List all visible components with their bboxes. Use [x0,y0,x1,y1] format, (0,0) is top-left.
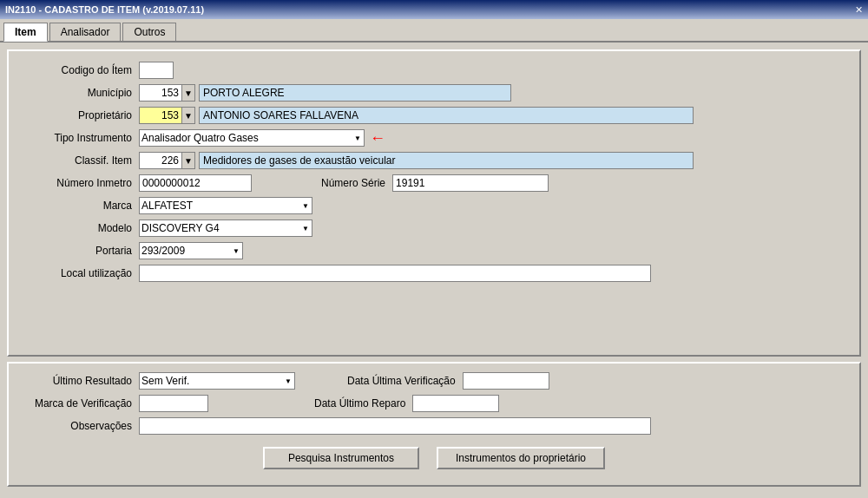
data-ultima-verif-input[interactable] [463,372,549,390]
modelo-row: Modelo DISCOVERY G4 [17,220,851,237]
codigo-item-label: Codigo do Ítem [17,64,139,76]
tipo-instrumento-row: Tipo Instrumento Analisador Quatro Gases… [17,129,851,147]
marca-verificacao-input[interactable] [139,395,208,412]
numero-inmetro-label: Número Inmetro [17,177,139,189]
form-panel: Codigo do Ítem Município ▼ PORTO ALEGRE … [7,49,861,357]
municipio-spin-btn[interactable]: ▼ [181,84,195,102]
classif-item-row: Classif. Item ▼ Medidores de gases de ex… [17,152,851,169]
portaria-label: Portaria [17,245,139,257]
action-buttons-row: Pesquisa Instrumentos Instrumentos do pr… [17,440,851,476]
ultimo-resultado-row: Último Resultado Sem Verif. Data Última … [17,372,851,390]
data-ultimo-reparo-label: Data Último Reparo [314,397,405,410]
instrumentos-proprietario-button[interactable]: Instrumentos do proprietário [437,447,605,469]
marca-select[interactable]: ALFATEST [139,197,312,214]
proprietario-label: Proprietário [17,109,139,121]
observacoes-label: Observações [17,420,139,432]
tab-analisador[interactable]: Analisador [49,23,122,41]
modelo-dropdown-wrapper: DISCOVERY G4 [139,220,312,237]
local-utilizacao-label: Local utilização [17,267,139,279]
portaria-row: Portaria 293/2009 [17,242,851,259]
marca-verificacao-label: Marca de Verificação [17,397,139,410]
proprietario-spin: ▼ [139,107,195,124]
observacoes-row: Observações [17,417,851,435]
modelo-label: Modelo [17,222,139,234]
codigo-item-input[interactable] [139,62,174,79]
municipio-spin: ▼ [139,84,195,102]
classif-item-code-input[interactable] [139,152,182,169]
local-utilizacao-input[interactable] [139,265,651,282]
tab-bar: Item Analisador Outros [0,19,868,43]
marca-row: Marca ALFATEST [17,197,851,214]
classif-item-label: Classif. Item [17,154,139,167]
ultimo-resultado-dropdown-wrapper: Sem Verif. [139,372,295,390]
numero-row: Número Inmetro Número Série [17,174,851,192]
proprietario-spin-btn[interactable]: ▼ [181,107,195,124]
numero-serie-input[interactable] [392,174,549,192]
classif-item-spin: ▼ [139,152,195,169]
marca-label: Marca [17,200,139,212]
main-content: Codigo do Ítem Município ▼ PORTO ALEGRE … [0,43,868,494]
ultimo-resultado-select[interactable]: Sem Verif. [139,372,295,390]
numero-serie-label: Número Série [321,177,385,189]
municipio-row: Município ▼ PORTO ALEGRE [17,84,851,102]
close-button[interactable]: ✕ [855,4,863,16]
marca-verificacao-row: Marca de Verificação Data Último Reparo [17,395,851,412]
municipio-code-input[interactable] [139,84,182,102]
window-title: IN2110 - CADASTRO DE ITEM (v.2019.07.11) [5,4,204,15]
codigo-item-row: Codigo do Ítem [17,62,851,79]
data-ultima-verif-label: Data Última Verificação [347,375,456,387]
proprietario-name-display: ANTONIO SOARES FALLAVENA [199,107,694,124]
local-utilizacao-row: Local utilização [17,265,851,282]
tab-item[interactable]: Item [3,23,48,42]
classif-item-spin-btn[interactable]: ▼ [181,152,195,169]
proprietario-row: Proprietário ▼ ANTONIO SOARES FALLAVENA [17,107,851,124]
municipio-label: Município [17,87,139,99]
tipo-instrumento-label: Tipo Instrumento [17,132,139,144]
tab-outros[interactable]: Outros [122,23,176,41]
municipio-name-display: PORTO ALEGRE [199,84,511,102]
marca-dropdown-wrapper: ALFATEST [139,197,312,214]
bottom-section: Último Resultado Sem Verif. Data Última … [7,362,861,487]
data-ultimo-reparo-input[interactable] [412,395,499,412]
tipo-instrumento-select[interactable]: Analisador Quatro Gases [139,129,365,147]
modelo-select[interactable]: DISCOVERY G4 [139,220,312,237]
classif-item-name-display: Medidores de gases de exaustão veicular [199,152,694,169]
portaria-dropdown-wrapper: 293/2009 [139,242,243,259]
portaria-select[interactable]: 293/2009 [139,242,243,259]
ultimo-resultado-label: Último Resultado [17,375,139,387]
numero-inmetro-input[interactable] [139,174,252,192]
tipo-instrumento-dropdown-wrapper: Analisador Quatro Gases [139,129,365,147]
title-bar: IN2110 - CADASTRO DE ITEM (v.2019.07.11)… [0,0,868,19]
red-arrow-icon: ← [370,130,385,146]
observacoes-input[interactable] [139,417,651,435]
pesquisa-instrumentos-button[interactable]: Pesquisa Instrumentos [263,447,419,469]
proprietario-code-input[interactable] [139,107,182,124]
